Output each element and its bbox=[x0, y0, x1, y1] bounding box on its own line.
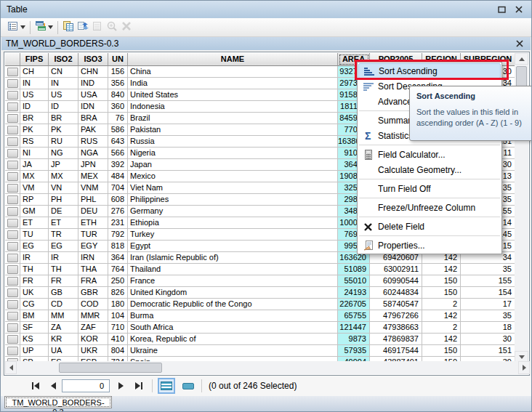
column-header-iso3[interactable]: ISO3 bbox=[78, 53, 108, 66]
first-record-icon[interactable] bbox=[30, 381, 41, 391]
chevron-down-icon[interactable] bbox=[20, 25, 25, 29]
row-select-handle[interactable] bbox=[5, 182, 20, 194]
menu-item-delete-field[interactable]: Delete Field bbox=[358, 219, 501, 234]
next-record-icon[interactable] bbox=[116, 381, 127, 391]
row-select-handle[interactable] bbox=[5, 78, 20, 89]
cell-iso3: PAK bbox=[78, 124, 108, 136]
row-select-handle[interactable] bbox=[5, 275, 20, 287]
close-icon[interactable] bbox=[512, 4, 525, 15]
menu-separator bbox=[359, 198, 500, 198]
table-options-icon bbox=[7, 20, 19, 35]
select-by-attributes-button[interactable] bbox=[61, 20, 76, 36]
horizontal-scroll-thumb[interactable] bbox=[59, 363, 162, 373]
show-all-records-button[interactable] bbox=[158, 378, 175, 394]
row-select-handle[interactable] bbox=[5, 310, 20, 322]
delete-selected-icon bbox=[121, 20, 132, 35]
row-handle-icon bbox=[7, 207, 18, 216]
column-header-fips[interactable]: FIPS bbox=[20, 53, 49, 66]
row-select-handle[interactable] bbox=[5, 148, 20, 159]
menu-item-field-calculator[interactable]: Field Calculator... bbox=[358, 147, 501, 162]
row-select-handle[interactable] bbox=[5, 252, 20, 264]
record-statusbar: 0 (0 out of 246 Selected) bbox=[1, 376, 531, 396]
row-select-handle[interactable] bbox=[5, 206, 20, 217]
menu-item-label: Calculate Geometry... bbox=[378, 165, 462, 175]
cell-subregion: 151 bbox=[461, 345, 515, 357]
row-select-handle[interactable] bbox=[5, 194, 20, 206]
row-select-handle[interactable] bbox=[5, 241, 20, 252]
cell-un: 484 bbox=[108, 171, 128, 182]
cell-iso2: ET bbox=[49, 217, 78, 229]
cell-fips: CH bbox=[20, 66, 49, 78]
related-tables-button[interactable] bbox=[33, 20, 55, 36]
switch-selection-button[interactable] bbox=[76, 20, 90, 36]
all-records-icon bbox=[161, 381, 172, 390]
row-select-handle[interactable] bbox=[5, 124, 20, 136]
horizontal-scrollbar[interactable] bbox=[5, 361, 530, 374]
cell-subregion: 35 bbox=[461, 310, 515, 322]
cell-name: Democratic Republic of the Congo bbox=[128, 299, 338, 310]
row-select-handle[interactable] bbox=[5, 159, 20, 171]
menu-item-properties[interactable]: Properties... bbox=[358, 238, 501, 253]
selection-count-text: (0 out of 246 Selected) bbox=[209, 381, 297, 391]
row-select-handle[interactable] bbox=[5, 299, 20, 310]
row-handle-icon bbox=[7, 254, 18, 262]
tab-tm-world-borders[interactable]: TM_WORLD_BORDERS-0.3 bbox=[4, 396, 112, 408]
row-select-handle[interactable] bbox=[5, 113, 20, 124]
maximize-icon[interactable] bbox=[495, 4, 508, 15]
cell-iso3: EGY bbox=[78, 241, 108, 252]
cell-iso3: UKR bbox=[78, 345, 108, 357]
row-select-handle[interactable] bbox=[5, 229, 20, 241]
row-select-handle[interactable] bbox=[5, 217, 20, 229]
cell-fips: NI bbox=[20, 148, 49, 159]
chevron-down-icon[interactable] bbox=[48, 25, 53, 29]
cell-un: 392 bbox=[108, 159, 128, 171]
row-select-handle[interactable] bbox=[5, 171, 20, 182]
cell-un: 410 bbox=[108, 334, 128, 345]
cell-iso2: RU bbox=[49, 136, 78, 148]
cell-region: 150 bbox=[422, 275, 461, 287]
table-toolbar bbox=[1, 18, 531, 37]
row-handle-icon bbox=[7, 300, 18, 309]
table-options-button[interactable] bbox=[6, 20, 27, 36]
record-number-input[interactable]: 0 bbox=[62, 379, 110, 392]
cell-fips: KS bbox=[20, 334, 49, 345]
cell-subregion: 155 bbox=[461, 275, 515, 287]
row-select-handle[interactable] bbox=[5, 101, 20, 113]
scroll-up-icon[interactable] bbox=[515, 53, 528, 65]
row-select-handle[interactable] bbox=[5, 89, 20, 101]
cell-un: 586 bbox=[108, 124, 128, 136]
previous-record-icon[interactable] bbox=[47, 381, 59, 391]
cell-name: Germany bbox=[128, 206, 338, 217]
last-record-icon[interactable] bbox=[133, 381, 145, 391]
table-tabstrip: TM_WORLD_BORDERS-0.3 bbox=[1, 396, 531, 412]
row-handle-icon bbox=[7, 184, 18, 193]
tooltip-title: Sort Ascending bbox=[416, 92, 532, 100]
scroll-right-icon[interactable] bbox=[518, 361, 530, 374]
sheet-title: TM_WORLD_BORDERS-0.3 bbox=[6, 39, 509, 49]
row-select-handle[interactable] bbox=[5, 287, 20, 299]
show-selected-records-button[interactable] bbox=[180, 378, 197, 394]
statistics-sigma-icon: Σ bbox=[358, 130, 378, 142]
scroll-left-icon[interactable] bbox=[5, 361, 17, 374]
row-select-handle[interactable] bbox=[5, 334, 20, 345]
row-select-handle[interactable] bbox=[5, 264, 20, 275]
row-select-handle[interactable] bbox=[5, 66, 20, 78]
row-handle-icon bbox=[7, 172, 18, 181]
column-header-name[interactable]: NAME bbox=[128, 53, 338, 66]
column-header-iso2[interactable]: ISO2 bbox=[49, 53, 78, 66]
cell-iso2: ID bbox=[49, 101, 78, 113]
cell-un: 364 bbox=[108, 252, 128, 264]
menu-item-calculate-geometry[interactable]: Calculate Geometry... bbox=[358, 162, 501, 177]
menu-item-sort-ascending[interactable]: Sort Ascending bbox=[358, 63, 501, 78]
column-header-un[interactable]: UN bbox=[108, 53, 128, 66]
row-select-handle[interactable] bbox=[5, 345, 20, 357]
cell-iso3: CHN bbox=[78, 66, 108, 78]
menu-item-turn-field-off[interactable]: Turn Field Off bbox=[358, 181, 501, 196]
sheet-close-icon[interactable] bbox=[513, 38, 526, 49]
cell-name: United Kingdom bbox=[128, 287, 338, 299]
menu-item-freeze-unfreeze-column[interactable]: Freeze/Unfreeze Column bbox=[358, 200, 501, 215]
row-select-handle[interactable] bbox=[5, 136, 20, 148]
header-row-handle bbox=[5, 53, 20, 66]
menu-item-label: Sort Ascending bbox=[379, 66, 438, 76]
row-select-handle[interactable] bbox=[5, 322, 20, 334]
